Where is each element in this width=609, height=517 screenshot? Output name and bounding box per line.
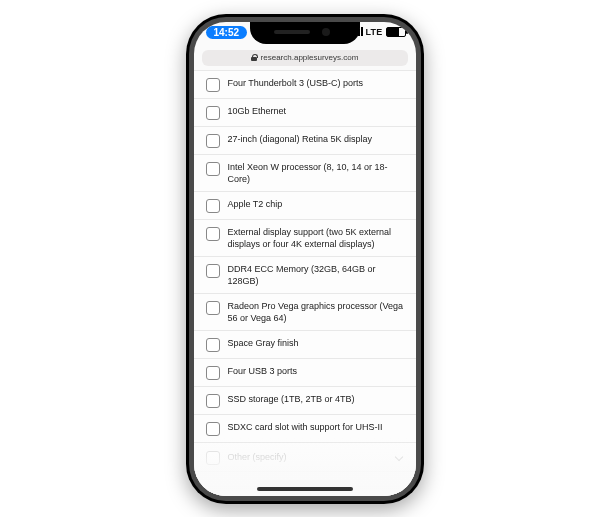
survey-option[interactable]: SDXC card slot with support for UHS-II bbox=[194, 415, 416, 443]
checkbox[interactable] bbox=[206, 338, 220, 352]
checkbox[interactable] bbox=[206, 227, 220, 241]
checkbox[interactable] bbox=[206, 394, 220, 408]
checkbox[interactable] bbox=[206, 162, 220, 176]
survey-option[interactable]: Space Gray finish bbox=[194, 331, 416, 359]
checkbox[interactable] bbox=[206, 106, 220, 120]
option-label: Space Gray finish bbox=[228, 337, 299, 349]
survey-option[interactable]: Intel Xeon W processor (8, 10, 14 or 18-… bbox=[194, 155, 416, 192]
other-label: Other (specify) bbox=[228, 452, 287, 462]
option-label: Radeon Pro Vega graphics processor (Vega… bbox=[228, 300, 404, 324]
option-label: SDXC card slot with support for UHS-II bbox=[228, 421, 383, 433]
other-specify-row[interactable]: Other (specify) bbox=[194, 443, 416, 472]
survey-option[interactable]: Apple T2 chip bbox=[194, 192, 416, 220]
home-indicator[interactable] bbox=[257, 487, 353, 491]
option-label: Four Thunderbolt 3 (USB-C) ports bbox=[228, 77, 363, 89]
option-label: Intel Xeon W processor (8, 10, 14 or 18-… bbox=[228, 161, 404, 185]
checkbox[interactable] bbox=[206, 264, 220, 278]
survey-option[interactable]: SSD storage (1TB, 2TB or 4TB) bbox=[194, 387, 416, 415]
option-label: External display support (two 5K externa… bbox=[228, 226, 404, 250]
chevron-down-icon bbox=[394, 452, 404, 462]
survey-option[interactable]: 10Gb Ethernet bbox=[194, 99, 416, 127]
survey-option[interactable]: Radeon Pro Vega graphics processor (Vega… bbox=[194, 294, 416, 331]
lock-icon bbox=[251, 54, 257, 61]
phone-notch bbox=[250, 22, 360, 44]
survey-option[interactable]: External display support (two 5K externa… bbox=[194, 220, 416, 257]
option-label: Apple T2 chip bbox=[228, 198, 283, 210]
checkbox[interactable] bbox=[206, 301, 220, 315]
checkbox[interactable] bbox=[206, 366, 220, 380]
checkbox[interactable] bbox=[206, 199, 220, 213]
browser-address-bar[interactable]: research.applesurveys.com bbox=[202, 50, 408, 66]
battery-icon bbox=[386, 27, 406, 37]
survey-content: Four Thunderbolt 3 (USB-C) ports 10Gb Et… bbox=[194, 70, 416, 496]
checkbox[interactable] bbox=[206, 422, 220, 436]
option-label: Four USB 3 ports bbox=[228, 365, 298, 377]
survey-option[interactable]: Four USB 3 ports bbox=[194, 359, 416, 387]
address-host: research.applesurveys.com bbox=[261, 53, 359, 62]
survey-option[interactable]: Four Thunderbolt 3 (USB-C) ports bbox=[194, 70, 416, 99]
checkbox[interactable] bbox=[206, 451, 220, 465]
network-label: LTE bbox=[366, 27, 383, 37]
next-label: Next bbox=[294, 493, 315, 496]
option-label: SSD storage (1TB, 2TB or 4TB) bbox=[228, 393, 355, 405]
phone-frame: 14:52 LTE research.applesurveys.com Four… bbox=[186, 14, 424, 504]
survey-option[interactable]: 27-inch (diagonal) Retina 5K display bbox=[194, 127, 416, 155]
option-label: 10Gb Ethernet bbox=[228, 105, 287, 117]
option-label: 27-inch (diagonal) Retina 5K display bbox=[228, 133, 373, 145]
option-label: DDR4 ECC Memory (32GB, 64GB or 128GB) bbox=[228, 263, 404, 287]
phone-screen: 14:52 LTE research.applesurveys.com Four… bbox=[194, 22, 416, 496]
status-time-pill: 14:52 bbox=[206, 26, 248, 39]
survey-option[interactable]: DDR4 ECC Memory (32GB, 64GB or 128GB) bbox=[194, 257, 416, 294]
checkbox[interactable] bbox=[206, 78, 220, 92]
checkbox[interactable] bbox=[206, 134, 220, 148]
